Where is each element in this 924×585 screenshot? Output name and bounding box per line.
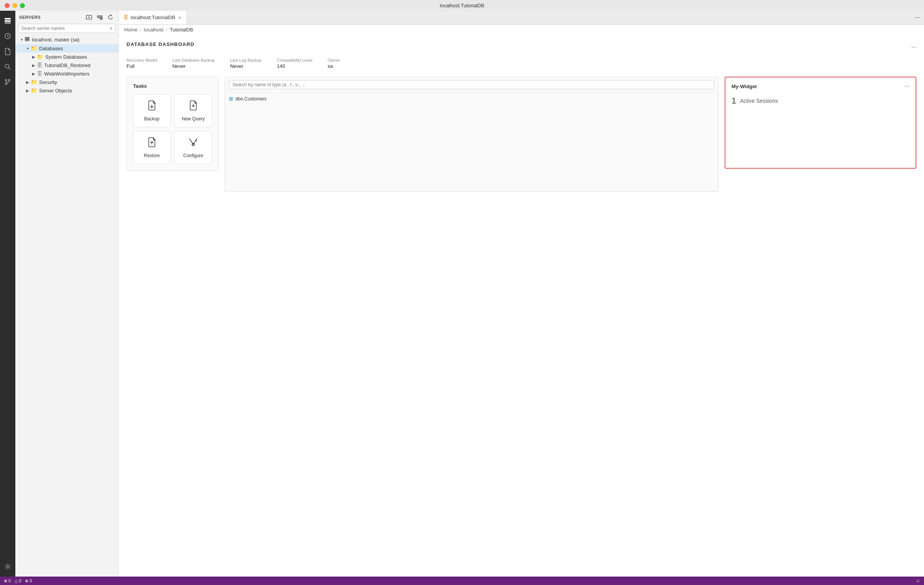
table-icon: ⊞	[229, 96, 233, 102]
minimize-button[interactable]	[12, 3, 17, 8]
activity-search-icon[interactable]	[1, 60, 15, 74]
svg-rect-19	[25, 40, 30, 41]
widgets-row: Tasks Backup	[127, 77, 916, 192]
my-widget-header: My-Widget ···	[731, 83, 909, 90]
tree-item-databases[interactable]: ▾ 📁 Databases	[15, 44, 119, 53]
activity-servers-icon[interactable]	[1, 14, 15, 28]
search-clear-button[interactable]: ×	[110, 25, 113, 31]
stat-recovery-model-label: Recovery Model	[127, 58, 157, 63]
server-label: localhost, master (sa)	[32, 37, 79, 43]
svg-rect-0	[5, 18, 11, 20]
backup-button[interactable]: Backup	[133, 94, 171, 127]
tree-item-tutorialdb-restored[interactable]: ▶ 🗄 TutorialDB_Restored	[15, 61, 119, 69]
warning-icon: △	[15, 578, 18, 583]
db-icon-wwi: 🗄	[37, 71, 42, 77]
stat-recovery-model-value: Full	[127, 63, 157, 69]
tree-item-localhost[interactable]: ▾ localhost, master (sa)	[15, 35, 119, 44]
status-smiley-icon: ☺	[916, 578, 920, 583]
stat-compat-level-label: Compatibility Level	[277, 58, 312, 63]
stats-row: Recovery Model Full Last Database Backup…	[127, 58, 916, 69]
my-widget: My-Widget ··· 1 Active Sessions	[724, 77, 916, 169]
svg-point-6	[5, 79, 7, 81]
sidebar-title: SERVERS	[19, 15, 41, 20]
breadcrumb-localhost[interactable]: localhost	[144, 27, 163, 33]
tree-toggle-server-objects[interactable]: ▶	[25, 89, 31, 93]
add-server-button[interactable]	[96, 14, 104, 21]
status-left: ⊗ 0 △ 0 ⊗ 0	[4, 578, 32, 583]
backup-icon	[147, 100, 157, 113]
new-connection-button[interactable]	[85, 14, 93, 21]
tab-close-button[interactable]: ×	[178, 15, 182, 21]
activity-settings-icon[interactable]	[1, 560, 15, 573]
active-sessions-label: Active Sessions	[740, 98, 778, 104]
info-icon: ⊗	[25, 578, 28, 583]
new-query-icon	[188, 100, 199, 113]
activity-history-icon[interactable]	[1, 29, 15, 43]
dashboard-title: DATABASE DASHBOARD	[127, 41, 195, 47]
folder-icon-system: 📁	[37, 54, 43, 60]
svg-rect-1	[5, 20, 11, 22]
tree-item-security[interactable]: ▶ 📁 Security	[15, 78, 119, 86]
sidebar-tree: ▾ localhost, master (sa) ▾ 📁 Databases ▶…	[15, 35, 119, 577]
table-item-label: dbo.Customers	[235, 96, 266, 102]
restore-button[interactable]: Restore	[133, 131, 171, 164]
svg-rect-18	[25, 39, 30, 40]
status-right: ☺	[916, 578, 920, 583]
tree-toggle-localhost[interactable]: ▾	[18, 38, 25, 42]
refresh-button[interactable]	[106, 14, 115, 21]
stat-last-log-backup-label: Last Log Backup	[230, 58, 261, 63]
search-input[interactable]	[21, 26, 110, 31]
sidebar-header-actions	[85, 14, 115, 21]
maximize-button[interactable]	[20, 3, 25, 8]
tab-tutorialdb[interactable]: 🗄 localhost:TutorialDB ×	[119, 11, 187, 24]
tree-item-server-objects[interactable]: ▶ 📁 Server Objects	[15, 86, 119, 95]
tree-toggle-system-db[interactable]: ▶	[31, 55, 37, 59]
restore-icon	[147, 137, 157, 150]
close-button[interactable]	[5, 3, 10, 8]
breadcrumb-sep-2: ›	[166, 27, 167, 33]
stat-compat-level-value: 140	[277, 63, 312, 69]
server-icon	[25, 36, 30, 43]
svg-rect-2	[5, 23, 11, 23]
breadcrumb-sep-1: ›	[140, 27, 142, 33]
error-icon: ⊗	[4, 578, 7, 583]
tree-toggle-databases[interactable]: ▾	[25, 46, 31, 51]
system-databases-label: System Databases	[45, 54, 87, 60]
tutorialdb-restored-label: TutorialDB_Restored	[44, 63, 91, 68]
dashboard-more-button[interactable]: ···	[911, 44, 916, 51]
stat-owner-label: Owner	[327, 58, 340, 63]
tree-toggle-wwi[interactable]: ▶	[31, 72, 37, 76]
svg-point-7	[8, 79, 10, 81]
svg-point-8	[5, 83, 7, 85]
list-item-customers[interactable]: ⊞ dbo.Customers	[225, 94, 718, 103]
tree-toggle-tutorialdb[interactable]: ▶	[31, 63, 37, 68]
status-warning: △ 0	[15, 578, 21, 583]
stat-last-db-backup-value: Never	[172, 63, 215, 69]
my-widget-more-button[interactable]: ···	[904, 83, 909, 90]
stat-compat-level: Compatibility Level 140	[277, 58, 312, 69]
warning-count: 0	[19, 578, 21, 583]
search-box[interactable]: ×	[18, 24, 116, 33]
new-query-button[interactable]: New Query	[175, 94, 212, 127]
svg-line-5	[9, 68, 11, 70]
tab-label: localhost:TutorialDB	[131, 15, 175, 20]
status-error: ⊗ 0	[4, 578, 11, 583]
tab-more-button[interactable]: ···	[911, 13, 924, 21]
window-controls[interactable]	[5, 3, 25, 8]
security-label: Security	[39, 79, 57, 85]
tree-item-wideworldimporters[interactable]: ▶ 🗄 WideWorldImporters	[15, 69, 119, 78]
info-count: 0	[30, 578, 32, 583]
tree-item-system-databases[interactable]: ▶ 📁 System Databases	[15, 53, 119, 61]
configure-button[interactable]: Configure	[175, 131, 212, 164]
activity-bar	[0, 11, 15, 577]
tables-search-input[interactable]	[229, 80, 714, 89]
breadcrumb-home[interactable]: Home	[124, 27, 138, 33]
window-title: localhost:TutorialDB	[440, 3, 484, 8]
activity-file-icon[interactable]	[1, 44, 15, 58]
backup-label: Backup	[144, 116, 160, 122]
tab-bar: 🗄 localhost:TutorialDB × ···	[119, 11, 924, 25]
activity-git-icon[interactable]	[1, 75, 15, 89]
tables-search[interactable]	[225, 77, 718, 93]
databases-label: Databases	[39, 46, 63, 51]
tree-toggle-security[interactable]: ▶	[25, 80, 31, 84]
